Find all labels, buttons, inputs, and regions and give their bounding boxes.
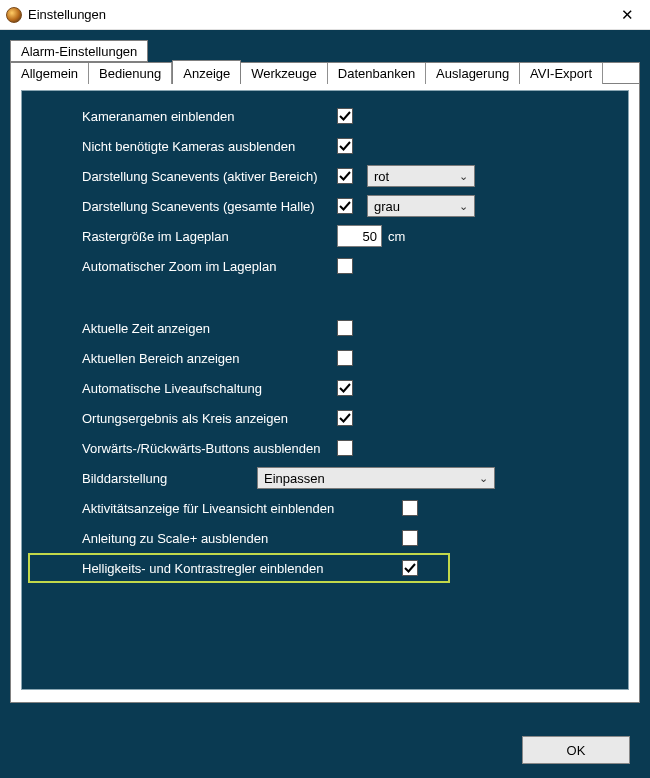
title-bar: Einstellungen ✕ (0, 0, 650, 30)
checkbox-kameranamen[interactable] (337, 108, 353, 124)
tab-anzeige[interactable]: Anzeige (172, 60, 241, 84)
label-helligkeit-kontrast: Helligkeits- und Kontrastregler einblend… (82, 561, 402, 576)
row-anleitung-scaleplus: Anleitung zu Scale+ ausblenden (82, 523, 614, 553)
input-rastergroesse[interactable] (337, 225, 382, 247)
tab-strip-lower: Allgemein Bedienung Anzeige Werkzeuge Da… (10, 62, 640, 84)
tab-alarm-einstellungen[interactable]: Alarm-Einstellungen (10, 40, 148, 62)
label-anleitung-scaleplus: Anleitung zu Scale+ ausblenden (82, 531, 402, 546)
tab-datenbanken[interactable]: Datenbanken (328, 63, 426, 84)
row-scanevents-aktiv: Darstellung Scanevents (aktiver Bereich)… (82, 161, 614, 191)
checkbox-aktuelle-zeit[interactable] (337, 320, 353, 336)
row-helligkeit-kontrast: Helligkeits- und Kontrastregler einblend… (82, 553, 614, 583)
checkbox-anleitung-scaleplus[interactable] (402, 530, 418, 546)
tab-spacer (603, 63, 639, 84)
label-aktivitaetsanzeige: Aktivitätsanzeige für Liveansicht einble… (82, 501, 402, 516)
row-auto-live: Automatische Liveaufschaltung (82, 373, 614, 403)
select-value: rot (374, 169, 389, 184)
checkbox-helligkeit-kontrast[interactable] (402, 560, 418, 576)
label-auto-live: Automatische Liveaufschaltung (82, 381, 337, 396)
row-bilddarstellung: Bilddarstellung Einpassen ⌄ (82, 463, 614, 493)
chevron-down-icon: ⌄ (459, 200, 468, 213)
select-value: Einpassen (264, 471, 325, 486)
spacer-row (82, 281, 614, 313)
checkbox-vr-buttons[interactable] (337, 440, 353, 456)
checkbox-scanevents-halle[interactable] (337, 198, 353, 214)
label-kameranamen: Kameranamen einblenden (82, 109, 337, 124)
window-title: Einstellungen (28, 7, 604, 22)
row-aktueller-bereich: Aktuellen Bereich anzeigen (82, 343, 614, 373)
row-kameras-ausblenden: Nicht benötigte Kameras ausblenden (82, 131, 614, 161)
select-scanevents-halle-color[interactable]: grau ⌄ (367, 195, 475, 217)
label-aktuelle-zeit: Aktuelle Zeit anzeigen (82, 321, 337, 336)
label-scanevents-halle: Darstellung Scanevents (gesamte Halle) (82, 199, 337, 214)
label-vr-buttons: Vorwärts-/Rückwärts-Buttons ausblenden (82, 441, 337, 456)
tab-panel-outer: Kameranamen einblenden Nicht benötigte K… (10, 84, 640, 703)
client-area: Alarm-Einstellungen Allgemein Bedienung … (0, 30, 650, 778)
checkbox-scanevents-aktiv[interactable] (337, 168, 353, 184)
settings-panel: Kameranamen einblenden Nicht benötigte K… (21, 90, 629, 690)
select-value: grau (374, 199, 400, 214)
checkbox-aktueller-bereich[interactable] (337, 350, 353, 366)
row-aktuelle-zeit: Aktuelle Zeit anzeigen (82, 313, 614, 343)
label-kameras-ausblenden: Nicht benötigte Kameras ausblenden (82, 139, 337, 154)
chevron-down-icon: ⌄ (479, 472, 488, 485)
label-scanevents-aktiv: Darstellung Scanevents (aktiver Bereich) (82, 169, 337, 184)
tab-werkzeuge[interactable]: Werkzeuge (241, 63, 328, 84)
tab-allgemein[interactable]: Allgemein (11, 63, 89, 84)
close-button[interactable]: ✕ (604, 0, 650, 30)
checkbox-auto-live[interactable] (337, 380, 353, 396)
label-auto-zoom: Automatischer Zoom im Lageplan (82, 259, 337, 274)
checkbox-ortung-kreis[interactable] (337, 410, 353, 426)
tab-strip-upper: Alarm-Einstellungen (10, 40, 640, 62)
tab-bedienung[interactable]: Bedienung (89, 63, 172, 84)
tab-auslagerung[interactable]: Auslagerung (426, 63, 520, 84)
row-ortung-kreis: Ortungsergebnis als Kreis anzeigen (82, 403, 614, 433)
row-rastergroesse: Rastergröße im Lageplan cm (82, 221, 614, 251)
ok-button[interactable]: OK (522, 736, 630, 764)
tab-avi-export[interactable]: AVI-Export (520, 63, 603, 84)
label-ortung-kreis: Ortungsergebnis als Kreis anzeigen (82, 411, 337, 426)
checkbox-aktivitaetsanzeige[interactable] (402, 500, 418, 516)
unit-cm: cm (388, 229, 405, 244)
row-auto-zoom: Automatischer Zoom im Lageplan (82, 251, 614, 281)
checkbox-kameras-ausblenden[interactable] (337, 138, 353, 154)
checkbox-auto-zoom[interactable] (337, 258, 353, 274)
select-bilddarstellung[interactable]: Einpassen ⌄ (257, 467, 495, 489)
app-icon (6, 7, 22, 23)
row-aktivitaetsanzeige: Aktivitätsanzeige für Liveansicht einble… (82, 493, 614, 523)
row-kameranamen: Kameranamen einblenden (82, 101, 614, 131)
select-scanevents-aktiv-color[interactable]: rot ⌄ (367, 165, 475, 187)
row-scanevents-halle: Darstellung Scanevents (gesamte Halle) g… (82, 191, 614, 221)
label-bilddarstellung: Bilddarstellung (82, 471, 257, 486)
chevron-down-icon: ⌄ (459, 170, 468, 183)
label-aktueller-bereich: Aktuellen Bereich anzeigen (82, 351, 337, 366)
label-rastergroesse: Rastergröße im Lageplan (82, 229, 337, 244)
row-vr-buttons: Vorwärts-/Rückwärts-Buttons ausblenden (82, 433, 614, 463)
